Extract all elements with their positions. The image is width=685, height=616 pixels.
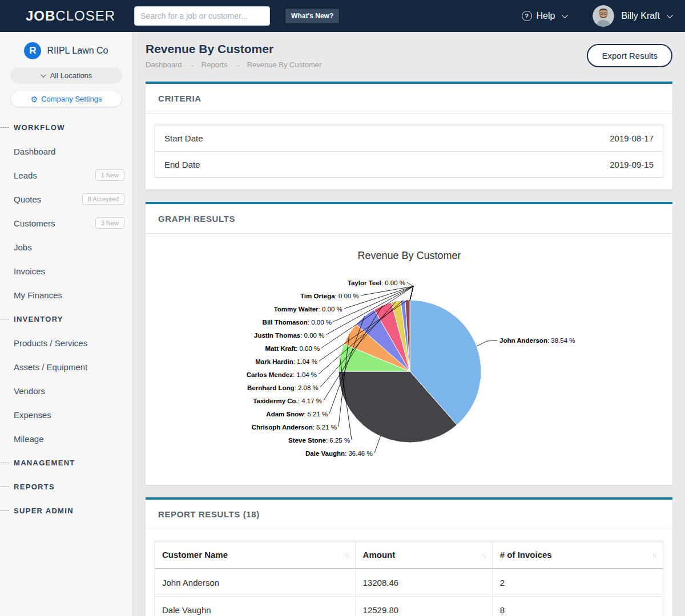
location-selector-label: All Locations [50, 71, 92, 80]
company-settings-button[interactable]: ⚙ Company Settings [10, 91, 122, 107]
col-header-of-invoices[interactable]: # of Invoices↑↓ [493, 541, 663, 569]
sidebar-item-jobs[interactable]: Jobs [0, 235, 132, 259]
sidebar-item-expenses[interactable]: Expenses [0, 403, 132, 427]
sort-icon[interactable]: ↑↓ [652, 552, 656, 558]
sidebar-item-label: Jobs [14, 242, 32, 252]
sort-icon[interactable]: ↑↓ [482, 552, 486, 558]
table-cell: 13208.46 [356, 569, 493, 597]
help-menu[interactable]: ? Help [522, 11, 567, 21]
pie-connector-line [361, 286, 413, 301]
column-label: Customer Name [162, 550, 228, 560]
report-results-heading: REPORT RESULTS (18) [146, 500, 672, 529]
criteria-label: End Date [164, 160, 200, 169]
report-table: Customer Name↑↓Amount↑↓# of Invoices↑↓ J… [155, 541, 663, 616]
revenue-pie-chart: Revenue By CustomerTaylor Teel: 0.00 %Ti… [146, 234, 672, 485]
sidebar-item-my-finances[interactable]: My Finances [0, 283, 132, 307]
pie-label-dale-vaughn: Dale Vaughn: 36.46 % [305, 450, 373, 457]
sidebar-section-header-super-admin[interactable]: SUPER ADMIN [0, 499, 132, 522]
sort-icon[interactable]: ↑↓ [345, 552, 349, 558]
help-icon: ? [522, 11, 532, 21]
breadcrumb: Dashboard → Reports → Revenue By Custome… [146, 60, 321, 69]
sidebar-item-quotes[interactable]: Quotes8 Accepted [0, 187, 132, 211]
table-cell: John Anderson [155, 569, 356, 597]
section-dash-icon [1, 487, 9, 487]
sidebar-item-dashboard[interactable]: Dashboard [0, 139, 132, 163]
whats-new-button[interactable]: What's New? [285, 8, 340, 24]
sidebar-item-label: Expenses [14, 410, 51, 420]
sidebar-section-label: REPORTS [14, 483, 55, 491]
pie-label-bill-thomason: Bill Thomason: 0.00 % [263, 319, 332, 326]
sidebar-item-leads[interactable]: Leads1 New [0, 163, 132, 187]
breadcrumb-item-reports[interactable]: Reports [202, 60, 228, 69]
avatar-image [593, 5, 614, 27]
sidebar-section-header-management[interactable]: MANAGEMENT [0, 451, 132, 475]
table-row: John Anderson13208.462 [155, 569, 663, 597]
col-header-customer-name[interactable]: Customer Name↑↓ [155, 541, 356, 569]
criteria-panel: CRITERIA Start Date2019-08-17End Date201… [146, 82, 672, 189]
section-dash-icon [1, 510, 9, 511]
export-results-button[interactable]: Export Results [587, 44, 672, 67]
criteria-value: 2019-09-15 [610, 160, 654, 169]
company-header: R RIIPL Lawn Co [0, 41, 132, 60]
column-label: Amount [363, 550, 396, 560]
sidebar-item-label: Assets / Equipment [14, 362, 87, 372]
user-menu-chevron-icon[interactable] [667, 12, 673, 18]
location-selector[interactable]: All Locations [10, 67, 122, 84]
report-results-panel: REPORT RESULTS (18) Customer Name↑↓Amoun… [146, 497, 672, 616]
search-input[interactable] [134, 6, 270, 26]
chevron-down-icon [41, 72, 46, 78]
sidebar-section-header-workflow[interactable]: WORKFLOW [0, 115, 132, 139]
pie-label-tommy-walter: Tommy Walter: 0.00 % [274, 306, 342, 313]
sidebar-item-customers[interactable]: Customers3 New [0, 211, 132, 235]
app-logo[interactable]: JOBCLOSER [26, 8, 115, 24]
sidebar-item-vendors[interactable]: Vendors [0, 379, 132, 403]
section-dash-icon [1, 127, 9, 128]
sidebar-item-label: My Finances [14, 290, 62, 300]
sidebar-section-label: INVENTORY [14, 315, 63, 323]
sidebar-item-label: Quotes [14, 194, 41, 204]
col-header-amount[interactable]: Amount↑↓ [356, 541, 493, 569]
sidebar-item-label: Products / Services [14, 338, 87, 348]
sidebar-item-label: Dashboard [14, 147, 55, 156]
column-label: # of Invoices [500, 550, 552, 560]
sidebar-nav: WORKFLOWDashboardLeads1 NewQuotes8 Accep… [0, 107, 132, 522]
sidebar-section-header-reports[interactable]: REPORTS [0, 475, 132, 499]
sidebar-item-mileage[interactable]: Mileage [0, 427, 132, 451]
sidebar-item-label: Customers [14, 218, 55, 228]
criteria-label: Start Date [164, 133, 203, 143]
top-navbar: JOBCLOSER What's New? ? Help [0, 0, 685, 32]
breadcrumb-arrow-icon: → [188, 60, 195, 69]
logo-bold: JOB [26, 8, 55, 23]
table-cell: 12529.80 [356, 597, 493, 616]
main-content: Revenue By Customer Dashboard → Reports … [133, 32, 685, 616]
sidebar-section-inventory: INVENTORYProducts / ServicesAssets / Equ… [0, 307, 132, 451]
sidebar: R RIIPL Lawn Co All Locations ⚙ Company … [0, 32, 133, 616]
breadcrumb-item-dashboard[interactable]: Dashboard [146, 60, 182, 69]
table-cell: Dale Vaughn [155, 597, 356, 616]
sidebar-item-invoices[interactable]: Invoices [0, 259, 132, 283]
section-dash-icon [1, 319, 9, 319]
chevron-down-icon [562, 12, 568, 18]
gear-icon: ⚙ [31, 95, 38, 103]
pie-label-matt-kraft: Matt Kraft: 0.00 % [265, 345, 320, 352]
sidebar-item-label: Mileage [14, 434, 44, 444]
pie-connector-line [477, 341, 497, 346]
pie-connector-line [374, 436, 380, 453]
chart-title: Revenue By Customer [357, 250, 461, 261]
breadcrumb-item-current: Revenue By Customer [247, 60, 322, 69]
company-logo-icon: R [24, 42, 41, 59]
sidebar-item-label: Invoices [14, 266, 45, 276]
sidebar-item-assets-equipment[interactable]: Assets / Equipment [0, 355, 132, 379]
pie-label-adam-snow: Adam Snow: 5.21 % [266, 411, 328, 418]
sidebar-section-header-inventory[interactable]: INVENTORY [0, 307, 132, 331]
avatar[interactable] [593, 5, 614, 27]
sidebar-section-label: MANAGEMENT [14, 459, 75, 467]
sidebar-section-reports: REPORTS [0, 475, 132, 499]
chart-area: Revenue By CustomerTaylor Teel: 0.00 %Ti… [146, 234, 672, 485]
sidebar-item-products-services[interactable]: Products / Services [0, 331, 132, 355]
pie-label-bernhard-long: Bernhard Long: 2.08 % [247, 384, 319, 391]
user-name[interactable]: Billy Kraft [621, 11, 660, 21]
table-cell: 2 [493, 569, 663, 597]
criteria-row-start-date: Start Date2019-08-17 [155, 125, 663, 151]
pie-label-tim-ortega: Tim Ortega: 0.00 % [300, 293, 359, 299]
